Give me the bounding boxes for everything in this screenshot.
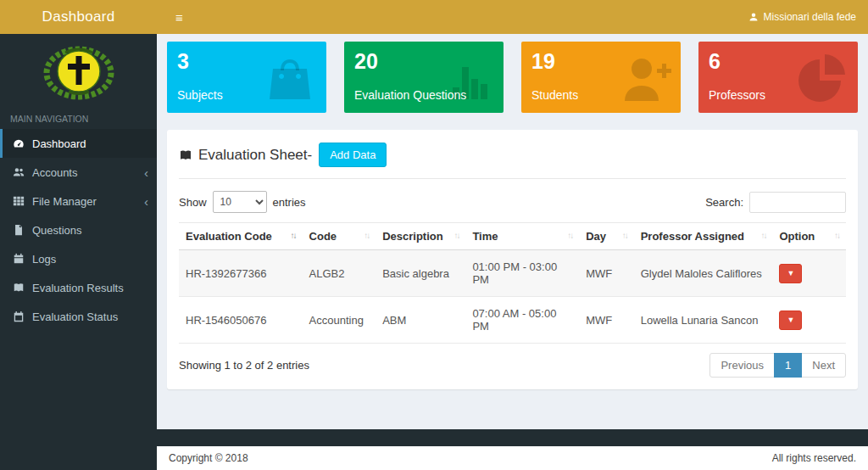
- page-length-control: Show 10 entries: [179, 191, 306, 213]
- cell-day: MWF: [579, 250, 634, 297]
- page-1-button[interactable]: 1: [774, 353, 802, 378]
- sort-icon: ↑↓: [567, 231, 572, 240]
- table-row: HR-1546050676 Accounting ABM 07:00 AM - …: [179, 297, 846, 344]
- sort-icon: ↑↓: [453, 231, 459, 240]
- row-option-dropdown-button[interactable]: ▼: [779, 311, 802, 330]
- chevron-left-icon: ‹: [144, 195, 148, 208]
- add-data-button[interactable]: Add Data: [319, 143, 387, 167]
- sidebar: MAIN NAVIGATION Dashboard Accounts ‹ Fil…: [0, 34, 157, 470]
- cell-description: Basic algebra: [376, 250, 465, 297]
- previous-page-button[interactable]: Previous: [709, 353, 775, 378]
- panel-title: Evaluation Sheet-: [179, 147, 312, 164]
- chevron-left-icon: ‹: [144, 166, 148, 179]
- copyright-text: Copyright © 2018: [169, 452, 248, 464]
- search-input[interactable]: [749, 192, 846, 213]
- sidebar-item-file-manager[interactable]: File Manager ‹: [0, 187, 157, 215]
- stat-label: Students: [531, 88, 578, 102]
- cell-evaluation-code: HR-1392677366: [179, 250, 303, 297]
- stat-label: Subjects: [177, 88, 223, 102]
- sidebar-item-label: Evaluation Status: [32, 311, 118, 323]
- sidebar-item-label: Dashboard: [32, 137, 86, 150]
- sidebar-item-questions[interactable]: Questions: [0, 215, 157, 244]
- sidebar-item-evaluation-status[interactable]: Evaluation Status: [0, 302, 157, 331]
- sidebar-item-label: Questions: [32, 224, 82, 237]
- sort-icon: ↑↓: [364, 231, 369, 240]
- book-icon: [179, 148, 192, 162]
- table-header-row: Evaluation Code↑↓ Code↑↓ Description↑↓ T…: [179, 223, 846, 250]
- sort-icon: ↑↓: [760, 231, 765, 240]
- cell-professor: Glydel Maloles Califlores: [634, 250, 773, 297]
- brand-title[interactable]: Dashboard: [0, 0, 157, 34]
- entries-info: Showing 1 to 2 of 2 entries: [179, 359, 309, 372]
- column-header-evaluation-code[interactable]: Evaluation Code↑↓: [179, 223, 303, 250]
- caret-down-icon: ▼: [787, 269, 794, 277]
- cell-day: MWF: [579, 297, 634, 344]
- grid-icon: [13, 195, 32, 207]
- column-header-day[interactable]: Day↑↓: [579, 223, 634, 250]
- stat-box-subjects: 3 Subjects: [167, 42, 326, 113]
- sidebar-item-evaluation-results[interactable]: Evaluation Results: [0, 273, 157, 302]
- column-header-code[interactable]: Code↑↓: [303, 223, 376, 250]
- cell-code: Accounting: [303, 297, 376, 344]
- dark-divider-band: [157, 429, 868, 446]
- entries-label: entries: [273, 196, 306, 209]
- sidebar-item-label: File Manager: [32, 195, 97, 208]
- pagination: Previous 1 Next: [709, 353, 846, 378]
- sidebar-item-accounts[interactable]: Accounts ‹: [0, 158, 157, 187]
- app-window: Dashboard ≡ Missionari della fede MAIN N…: [0, 0, 868, 470]
- cell-description: ABM: [376, 297, 465, 344]
- show-label: Show: [179, 196, 207, 209]
- stat-box-students: 19 Students: [521, 42, 681, 113]
- page-length-select[interactable]: 10: [213, 191, 267, 213]
- top-header: Dashboard ≡ Missionari della fede: [0, 0, 868, 34]
- cell-time: 01:00 PM - 03:00 PM: [465, 250, 579, 297]
- calendar-icon: [13, 253, 32, 265]
- user-name: Missionari della fede: [764, 11, 856, 23]
- stat-label: Professors: [709, 88, 765, 102]
- cell-evaluation-code: HR-1546050676: [179, 297, 303, 344]
- divider: [179, 178, 846, 179]
- book-icon: [13, 282, 32, 294]
- sort-icon: ↑↓: [834, 231, 839, 240]
- sort-icon: ↑↓: [291, 231, 296, 240]
- column-header-professor-assigned[interactable]: Professor Assigned↑↓: [634, 223, 773, 250]
- table-row: HR-1392677366 ALGB2 Basic algebra 01:00 …: [179, 250, 846, 297]
- user-icon: [748, 12, 759, 22]
- stat-value: 20: [354, 50, 493, 72]
- header-bar: ≡ Missionari della fede: [157, 0, 868, 34]
- sidebar-item-dashboard[interactable]: Dashboard: [0, 129, 157, 158]
- nav-section-label: MAIN NAVIGATION: [0, 107, 157, 129]
- stat-value: 6: [709, 50, 848, 72]
- sidebar-item-label: Evaluation Results: [32, 282, 124, 294]
- stat-value: 3: [177, 50, 316, 72]
- search-label: Search:: [705, 196, 743, 209]
- stat-boxes: 3 Subjects 20 Evaluation Questions 19 St…: [157, 34, 868, 113]
- content-area: 3 Subjects 20 Evaluation Questions 19 St…: [157, 34, 868, 470]
- org-logo: [0, 34, 157, 107]
- sidebar-item-label: Logs: [32, 253, 56, 266]
- page-footer: Copyright © 2018 All rights reserved.: [157, 446, 868, 470]
- evaluation-sheet-panel: Evaluation Sheet- Add Data Show 10 entri…: [167, 130, 858, 389]
- cell-time: 07:00 AM - 05:00 PM: [465, 297, 579, 344]
- row-option-dropdown-button[interactable]: ▼: [779, 264, 802, 283]
- column-header-option[interactable]: Option↑↓: [772, 223, 846, 250]
- stat-label: Evaluation Questions: [354, 88, 466, 102]
- column-header-description[interactable]: Description↑↓: [376, 223, 465, 250]
- cell-professor: Lowella Lunaria Sancon: [634, 297, 773, 344]
- panel-title-text: Evaluation Sheet-: [198, 147, 312, 164]
- sidebar-item-logs[interactable]: Logs: [0, 244, 157, 273]
- user-menu[interactable]: Missionari della fede: [748, 11, 856, 23]
- cell-code: ALGB2: [303, 250, 376, 297]
- stat-box-evaluation-questions: 20 Evaluation Questions: [344, 42, 504, 113]
- table-footer: Showing 1 to 2 of 2 entries Previous 1 N…: [179, 353, 846, 378]
- stat-box-professors: 6 Professors: [698, 42, 858, 113]
- column-header-time[interactable]: Time↑↓: [465, 223, 579, 250]
- sidebar-menu: Dashboard Accounts ‹ File Manager ‹: [0, 129, 157, 331]
- calendar-status-icon: [13, 311, 32, 322]
- next-page-button[interactable]: Next: [801, 353, 846, 378]
- sidebar-item-label: Accounts: [32, 166, 77, 179]
- dashboard-icon: [13, 137, 32, 149]
- sidebar-toggle-icon[interactable]: ≡: [169, 7, 190, 28]
- evaluation-table: Evaluation Code↑↓ Code↑↓ Description↑↓ T…: [179, 222, 846, 344]
- panel-title-row: Evaluation Sheet- Add Data: [179, 138, 846, 175]
